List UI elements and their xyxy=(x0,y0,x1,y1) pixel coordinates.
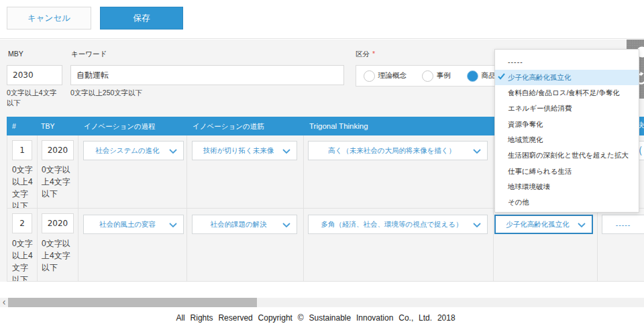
row1-trigonal-select[interactable]: 高く（未来社会の大局的将来像を描く） xyxy=(308,141,488,160)
chevron-down-icon xyxy=(473,149,481,154)
row2-path-select[interactable]: 社会的課題の解決 xyxy=(192,215,297,234)
mby-input[interactable] xyxy=(7,65,62,85)
dropdown-option[interactable]: 仕事に縛られる生活 xyxy=(495,164,639,179)
column-divider xyxy=(7,135,7,208)
radio-circle-checked[interactable] xyxy=(467,70,478,82)
col-header-tby: TBY xyxy=(38,117,54,135)
keyword-label: キーワード xyxy=(71,50,107,59)
chevron-down-icon xyxy=(578,223,586,227)
dropdown-option[interactable]: 生活困窮の深刻化と世代を超えた拡大 xyxy=(495,148,639,163)
col-header-num: # xyxy=(7,117,16,135)
chevron-down-icon xyxy=(169,149,177,154)
keyword-input[interactable] xyxy=(70,65,344,85)
social-issue-dropdown: ----- 少子化高齢化孤立化 食料自給/食品ロス/食料不足/争奪化 エネルギー… xyxy=(494,49,639,213)
row2-num-input[interactable] xyxy=(12,213,32,233)
row1-process-select[interactable]: 社会システムの進化 xyxy=(83,141,184,160)
row1-num-validation: 0文字以上4文字以下 xyxy=(12,164,35,208)
mby-label: MBY xyxy=(8,50,23,58)
dropdown-option[interactable]: 地域荒廃化 xyxy=(495,132,639,148)
row1-num-input[interactable] xyxy=(12,140,32,160)
row2-trigonal-select[interactable]: 多角（経済、社会、環境等の視点で捉える） xyxy=(308,215,488,234)
row2-num-validation: 0文字以上4文字以下 xyxy=(12,237,35,282)
radio-circle[interactable] xyxy=(364,70,375,82)
dropdown-option[interactable]: ----- xyxy=(495,54,639,70)
cancel-button[interactable]: キャンセル xyxy=(7,7,91,30)
row1-tby-input[interactable] xyxy=(42,140,74,160)
dropdown-option[interactable]: 食料自給/食品ロス/食料不足/争奪化 xyxy=(495,85,639,101)
radio-circle[interactable] xyxy=(422,70,433,82)
chevron-down-icon xyxy=(282,149,290,154)
row1-path-select[interactable]: 技術が切り拓く未来像 xyxy=(192,141,297,160)
dropdown-option[interactable]: その他 xyxy=(495,195,639,210)
column-divider xyxy=(7,209,7,281)
column-divider xyxy=(493,209,494,281)
save-button[interactable]: 保存 xyxy=(100,7,183,30)
column-divider xyxy=(37,209,38,281)
keyword-validation: 0文字以上250文字以下 xyxy=(70,88,205,98)
dropdown-option[interactable]: 地球環境破壊 xyxy=(495,179,639,195)
radio-shouhin[interactable]: 商品 xyxy=(467,70,496,82)
row2-tby-validation: 0文字以上4文字以下 xyxy=(42,237,74,274)
horizontal-scrollbar[interactable]: ‹ xyxy=(0,298,644,307)
column-divider xyxy=(37,135,38,208)
radio-rironkainen[interactable]: 理論概念 xyxy=(364,70,407,82)
chevron-down-icon xyxy=(282,223,290,227)
column-divider xyxy=(597,209,598,281)
row2-tby-input[interactable] xyxy=(42,213,74,233)
toolbar: キャンセル 保存 xyxy=(0,0,644,39)
table-row-2: 0文字以上4文字以下 0文字以上4文字以下 社会的風土の変容 社会的課題の解決 … xyxy=(7,208,644,282)
column-divider xyxy=(186,209,187,281)
footer: All Rights Reserved Copyright © Sustaina… xyxy=(0,307,644,332)
chevron-down-icon xyxy=(473,223,481,227)
scroll-left-arrow-icon[interactable]: ‹ xyxy=(0,298,8,307)
dropdown-option-selected[interactable]: 少子化高齢化孤立化 xyxy=(495,70,639,85)
column-divider xyxy=(186,135,187,208)
dropdown-option[interactable]: エネルギー供給消費 xyxy=(495,101,639,116)
col-header-process: イノベーションの過程 xyxy=(78,117,156,135)
chevron-down-icon xyxy=(169,223,177,227)
scrollbar-thumb[interactable] xyxy=(8,298,257,307)
radio-jirei[interactable]: 事例 xyxy=(422,70,451,82)
col-header-trigonal: Trigonal Thinking xyxy=(304,117,368,135)
row1-tby-validation: 0文字以上4文字以下 xyxy=(42,164,74,200)
required-asterisk: * xyxy=(372,50,375,58)
column-divider xyxy=(493,135,494,208)
dropdown-option[interactable]: 資源争奪化 xyxy=(495,117,639,132)
mby-validation: 0文字以上4文字以下 xyxy=(7,88,60,108)
column-divider xyxy=(78,135,78,208)
checkmark-icon xyxy=(498,73,505,80)
column-divider xyxy=(303,209,304,281)
row2-process-select[interactable]: 社会的風土の変容 xyxy=(83,215,184,234)
kubun-label: 区分* xyxy=(356,50,375,59)
column-divider xyxy=(78,209,78,281)
row2-social-issue-select[interactable]: 少子化高齢化孤立化 xyxy=(494,215,593,234)
column-divider xyxy=(303,135,304,208)
copyright-text: All Rights Reserved Copyright © Sustaina… xyxy=(0,313,638,323)
partial-header-glyph: 決 xyxy=(639,121,644,131)
col-header-path: イノベーションの道筋 xyxy=(187,117,264,135)
row2-col7-select[interactable]: ----- xyxy=(602,215,644,234)
